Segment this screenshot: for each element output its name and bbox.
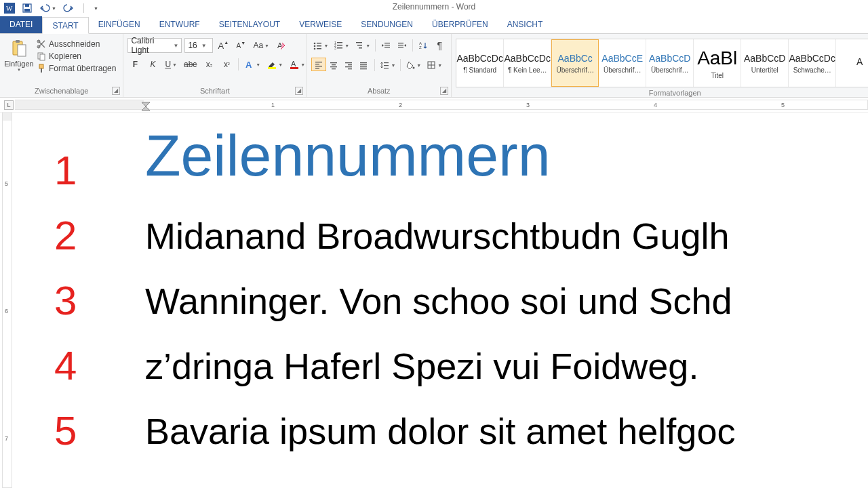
undo-dropdown-icon[interactable]: ▼: [52, 6, 56, 11]
grow-font-button[interactable]: A▲: [216, 38, 231, 53]
svg-text:W: W: [6, 5, 13, 12]
svg-point-22: [314, 48, 316, 50]
group-styles: AaBbCcDc¶ StandardAaBbCcDc¶ Kein Lee…AaB…: [452, 34, 868, 97]
save-icon[interactable]: [22, 3, 33, 14]
ruler-margin-shade: [15, 100, 144, 109]
bullets-button[interactable]: ▼: [311, 38, 330, 53]
line-numbers-gutter: 1 2 3 4 5: [54, 138, 77, 464]
align-right-button[interactable]: [341, 58, 356, 73]
line-spacing-button[interactable]: ▼: [378, 58, 397, 73]
change-case-button[interactable]: Aa▼: [251, 38, 271, 53]
font-separator: [238, 58, 239, 70]
paste-button[interactable]: Einfügen ▼: [4, 37, 34, 72]
tab-design[interactable]: ENTWURF: [150, 16, 210, 33]
clipboard-dialog-launcher[interactable]: ◢: [112, 87, 120, 95]
tab-mailings[interactable]: SENDUNGEN: [351, 16, 422, 33]
svg-rect-48: [332, 68, 336, 69]
horizontal-ruler[interactable]: 1 2 3 4 5: [15, 100, 868, 110]
format-painter-button[interactable]: Format übertragen: [37, 64, 116, 73]
subscript-button[interactable]: x₂: [201, 57, 216, 72]
tab-file[interactable]: DATEI: [0, 16, 42, 33]
style-name: Untertitel: [751, 66, 778, 74]
svg-rect-25: [337, 42, 342, 43]
clear-formatting-button[interactable]: A: [274, 38, 289, 53]
body-line[interactable]: Wanninger. Von schoo soi und Schd: [145, 268, 735, 333]
tab-layout[interactable]: SEITENLAYOUT: [210, 16, 290, 33]
shrink-font-button[interactable]: A▼: [233, 38, 248, 53]
align-center-button[interactable]: [326, 58, 341, 73]
paragraph-dialog-launcher[interactable]: ◢: [440, 87, 448, 95]
text-effects-button[interactable]: A▼: [243, 57, 262, 72]
style-item[interactable]: AaBlTitel: [694, 39, 741, 87]
cut-button[interactable]: Ausschneiden: [37, 39, 116, 49]
bold-button[interactable]: F: [127, 57, 142, 72]
tab-review[interactable]: ÜBERPRÜFEN: [422, 16, 498, 33]
qat-customize-icon[interactable]: ▼: [94, 6, 98, 11]
group-clipboard: Einfügen ▼ Ausschneiden Kopieren Format …: [0, 34, 123, 97]
body-line[interactable]: Midanand Broadwurschtbudn Guglh: [145, 203, 735, 268]
copy-button[interactable]: Kopieren: [37, 52, 116, 61]
redo-icon[interactable]: [63, 3, 74, 14]
body-line[interactable]: z’dringa Haferl Spezi vui Foidweg.: [145, 333, 735, 399]
svg-rect-43: [315, 66, 322, 66]
ruler-area: L 1 2 3 4 5: [0, 98, 868, 113]
style-item[interactable]: AaBbCcÜberschrif…: [551, 39, 599, 87]
paste-dropdown-icon: ▼: [17, 68, 21, 72]
style-item[interactable]: AaBbCcDÜberschrif…: [646, 39, 694, 87]
document-content[interactable]: Zeilennummern Midanand Broadwurschtbudn …: [145, 126, 735, 464]
style-item[interactable]: A: [836, 39, 868, 87]
style-preview: AaBbCcD: [649, 53, 690, 64]
tab-view[interactable]: ANSICHT: [498, 16, 553, 33]
font-name-combo[interactable]: Calibri Light▼: [127, 38, 182, 53]
svg-rect-52: [348, 68, 352, 69]
tab-insert[interactable]: EINFÜGEN: [89, 16, 150, 33]
svg-rect-27: [337, 45, 342, 46]
multilevel-list-button[interactable]: ▼: [353, 38, 372, 53]
style-preview: AaBbCcD: [744, 53, 785, 64]
styles-gallery: AaBbCcDc¶ StandardAaBbCcDc¶ Kein Lee…AaB…: [456, 39, 868, 87]
ruler-tick: 4: [654, 102, 657, 108]
decrease-indent-button[interactable]: [378, 38, 393, 53]
style-item[interactable]: AaBbCcEÜberschrif…: [599, 39, 646, 87]
svg-point-20: [314, 45, 316, 47]
increase-indent-button[interactable]: [395, 38, 410, 53]
font-size-combo[interactable]: 16▼: [184, 38, 213, 53]
svg-rect-36: [398, 43, 403, 43]
underline-button[interactable]: U▼: [163, 57, 179, 72]
svg-rect-33: [384, 43, 390, 43]
justify-button[interactable]: [356, 58, 371, 73]
italic-button[interactable]: K: [145, 57, 160, 72]
body-line[interactable]: Bavaria ipsum dolor sit amet helfgoc: [145, 399, 735, 464]
show-marks-button[interactable]: ¶: [432, 38, 447, 53]
paste-label: Einfügen: [4, 60, 33, 68]
tab-stop-selector[interactable]: L: [4, 100, 14, 110]
style-item[interactable]: AaBbCcDc¶ Standard: [456, 39, 504, 87]
group-clipboard-label: Zwischenablage: [4, 85, 119, 97]
numbering-button[interactable]: 123▼: [332, 38, 351, 53]
align-left-button[interactable]: [311, 58, 326, 71]
style-item[interactable]: AaBbCcDUntertitel: [741, 39, 789, 87]
tab-references[interactable]: VERWEISE: [290, 16, 351, 33]
font-dialog-launcher[interactable]: ◢: [295, 87, 303, 95]
style-item[interactable]: AaBbCcDc¶ Kein Lee…: [504, 39, 551, 87]
font-color-button[interactable]: A▼: [288, 57, 307, 72]
sort-button[interactable]: AZ: [416, 38, 431, 53]
borders-button[interactable]: ▼: [425, 58, 444, 73]
undo-icon[interactable]: [39, 3, 50, 14]
svg-rect-54: [360, 64, 367, 65]
svg-rect-32: [359, 47, 362, 49]
vertical-ruler[interactable]: 5 6 7: [2, 113, 12, 488]
svg-rect-44: [315, 68, 319, 68]
shading-button[interactable]: ▼: [403, 58, 423, 73]
style-item[interactable]: AaBbCcDcSchwache…: [789, 39, 836, 87]
hanging-indent-icon[interactable]: [141, 106, 151, 111]
highlight-button[interactable]: ▼: [265, 57, 285, 72]
tab-start[interactable]: START: [42, 17, 88, 34]
brush-icon: [37, 64, 46, 73]
svg-rect-35: [384, 47, 390, 47]
heading-text[interactable]: Zeilennummern: [145, 126, 735, 184]
svg-rect-47: [330, 66, 337, 67]
svg-rect-41: [315, 62, 322, 62]
superscript-button[interactable]: x²: [219, 57, 234, 72]
strikethrough-button[interactable]: abc: [182, 57, 199, 72]
